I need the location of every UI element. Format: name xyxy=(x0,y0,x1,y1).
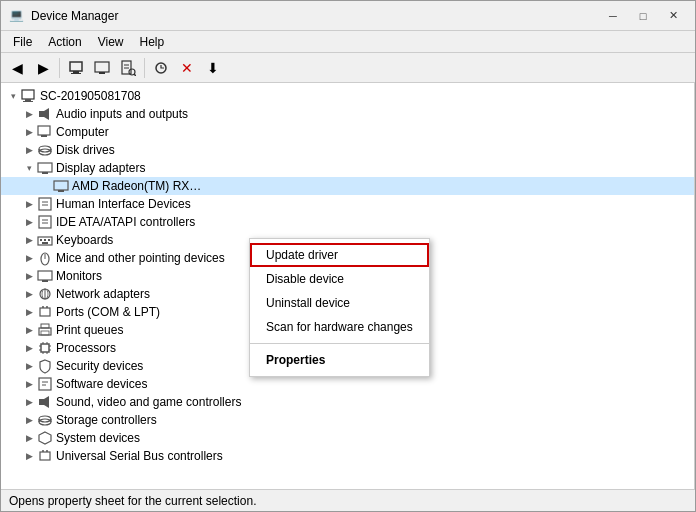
usb-toggle[interactable]: ▶ xyxy=(21,448,37,464)
monitors-toggle[interactable]: ▶ xyxy=(21,268,37,284)
close-button[interactable]: ✕ xyxy=(659,6,687,26)
software-toggle[interactable]: ▶ xyxy=(21,376,37,392)
svg-rect-69 xyxy=(40,452,50,460)
svg-rect-1 xyxy=(73,71,79,73)
svg-rect-62 xyxy=(39,399,44,405)
menu-action[interactable]: Action xyxy=(40,33,89,51)
tree-item-software[interactable]: ▶ Software devices xyxy=(1,375,694,393)
computer-icon xyxy=(21,88,37,104)
properties-icon xyxy=(120,60,136,76)
main-area: ▾ SC-201905081708 ▶ Audio inputs and out… xyxy=(1,83,695,489)
hid-label: Human Interface Devices xyxy=(56,197,191,211)
svg-rect-17 xyxy=(41,135,47,137)
hid-icon xyxy=(37,196,53,212)
svg-rect-39 xyxy=(38,271,52,280)
audio-icon xyxy=(37,106,53,122)
toolbar-sep-2 xyxy=(144,58,145,78)
minimize-button[interactable]: ─ xyxy=(599,6,627,26)
tree-item-sound[interactable]: ▶ Sound, video and game controllers xyxy=(1,393,694,411)
menu-bar: File Action View Help xyxy=(1,31,695,53)
tree-root[interactable]: ▾ SC-201905081708 xyxy=(1,87,694,105)
ports-toggle[interactable]: ▶ xyxy=(21,304,37,320)
svg-rect-49 xyxy=(41,331,49,335)
toolbar-btn-4[interactable] xyxy=(90,56,114,80)
svg-marker-63 xyxy=(44,396,49,408)
computer-toggle[interactable]: ▶ xyxy=(21,124,37,140)
display-toggle[interactable]: ▾ xyxy=(21,160,37,176)
svg-rect-14 xyxy=(39,111,44,117)
monitor-icon xyxy=(94,60,110,76)
forward-button[interactable]: ▶ xyxy=(31,56,55,80)
svg-rect-40 xyxy=(42,280,48,282)
context-menu-properties[interactable]: Properties xyxy=(250,348,429,372)
svg-rect-29 xyxy=(39,216,51,228)
menu-view[interactable]: View xyxy=(90,33,132,51)
audio-toggle[interactable]: ▶ xyxy=(21,106,37,122)
tree-item-usb[interactable]: ▶ Universal Serial Bus controllers xyxy=(1,447,694,465)
ide-toggle[interactable]: ▶ xyxy=(21,214,37,230)
svg-rect-36 xyxy=(42,242,48,244)
svg-rect-59 xyxy=(39,378,51,390)
maximize-button[interactable]: □ xyxy=(629,6,657,26)
toolbar-btn-5[interactable] xyxy=(116,56,140,80)
context-menu-sep xyxy=(250,343,429,344)
sound-label: Sound, video and game controllers xyxy=(56,395,241,409)
remove-button[interactable]: ✕ xyxy=(175,56,199,80)
keyboards-toggle[interactable]: ▶ xyxy=(21,232,37,248)
sound-toggle[interactable]: ▶ xyxy=(21,394,37,410)
security-label: Security devices xyxy=(56,359,143,373)
hid-toggle[interactable]: ▶ xyxy=(21,196,37,212)
software-icon xyxy=(37,376,53,392)
context-menu-disable[interactable]: Disable device xyxy=(250,267,429,291)
mice-toggle[interactable]: ▶ xyxy=(21,250,37,266)
network-toggle[interactable]: ▶ xyxy=(21,286,37,302)
security-icon xyxy=(37,358,53,374)
security-toggle[interactable]: ▶ xyxy=(21,358,37,374)
menu-help[interactable]: Help xyxy=(132,33,173,51)
storage-toggle[interactable]: ▶ xyxy=(21,412,37,428)
audio-label: Audio inputs and outputs xyxy=(56,107,188,121)
svg-rect-16 xyxy=(38,126,50,135)
tree-item-amd[interactable]: AMD Radeon(TM) RX Vega 11 Graphics xyxy=(1,177,694,195)
tree-item-system[interactable]: ▶ System devices xyxy=(1,429,694,447)
svg-rect-11 xyxy=(22,90,34,99)
title-bar-controls: ─ □ ✕ xyxy=(599,6,687,26)
download-button[interactable]: ⬇ xyxy=(201,56,225,80)
svg-rect-4 xyxy=(99,72,105,74)
toolbar-btn-3[interactable] xyxy=(64,56,88,80)
monitors-label: Monitors xyxy=(56,269,102,283)
menu-file[interactable]: File xyxy=(5,33,40,51)
print-toggle[interactable]: ▶ xyxy=(21,322,37,338)
tree-item-ide[interactable]: ▶ IDE ATA/ATAPI controllers xyxy=(1,213,694,231)
disk-icon xyxy=(37,142,53,158)
svg-line-9 xyxy=(134,74,136,76)
disk-label: Disk drives xyxy=(56,143,115,157)
root-label: SC-201905081708 xyxy=(40,89,141,103)
context-menu-scan[interactable]: Scan for hardware changes xyxy=(250,315,429,339)
back-button[interactable]: ◀ xyxy=(5,56,29,80)
mice-icon xyxy=(37,250,53,266)
keyboards-label: Keyboards xyxy=(56,233,113,247)
storage-icon xyxy=(37,412,53,428)
ports-label: Ports (COM & LPT) xyxy=(56,305,160,319)
context-menu-update[interactable]: Update driver xyxy=(250,243,429,267)
svg-rect-24 xyxy=(54,181,68,190)
display-icon xyxy=(37,160,53,176)
status-bar: Opens property sheet for the current sel… xyxy=(1,489,695,511)
tree-item-hid[interactable]: ▶ Human Interface Devices xyxy=(1,195,694,213)
processors-toggle[interactable]: ▶ xyxy=(21,340,37,356)
tree-item-audio[interactable]: ▶ Audio inputs and outputs xyxy=(1,105,694,123)
svg-rect-50 xyxy=(41,344,49,352)
tree-item-display[interactable]: ▾ Display adapters xyxy=(1,159,694,177)
scan-button[interactable] xyxy=(149,56,173,80)
system-icon xyxy=(37,430,53,446)
tree-item-disk[interactable]: ▶ Disk drives xyxy=(1,141,694,159)
context-menu-uninstall[interactable]: Uninstall device xyxy=(250,291,429,315)
system-label: System devices xyxy=(56,431,140,445)
svg-rect-12 xyxy=(25,99,31,101)
tree-item-computer[interactable]: ▶ Computer xyxy=(1,123,694,141)
system-toggle[interactable]: ▶ xyxy=(21,430,37,446)
disk-toggle[interactable]: ▶ xyxy=(21,142,37,158)
root-toggle[interactable]: ▾ xyxy=(5,88,21,104)
tree-item-storage[interactable]: ▶ Storage controllers xyxy=(1,411,694,429)
